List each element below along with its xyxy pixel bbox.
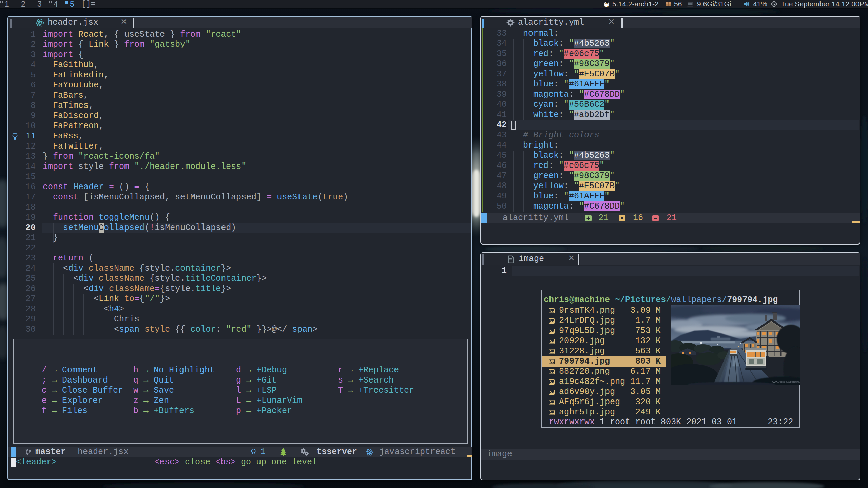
svg-text:www.DesktopBackground.org: www.DesktopBackground.org	[772, 380, 800, 383]
